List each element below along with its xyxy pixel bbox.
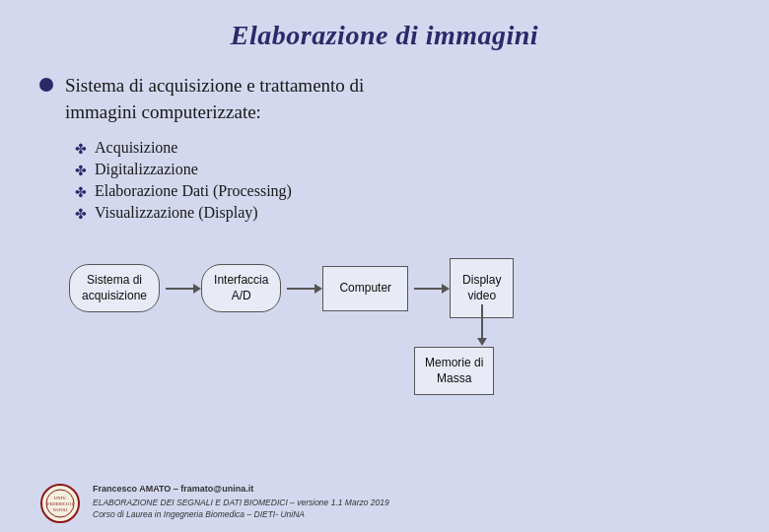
down-line <box>481 304 483 339</box>
footer-author: Francesco AMATO – framato@unina.it <box>93 483 389 497</box>
arrow-2 <box>287 288 316 290</box>
memorie-rect: Memorie diMassa <box>414 347 494 395</box>
bullet-dot <box>39 78 53 92</box>
footer: UNIV. FEDERICO II NAPOLI Francesco AMATO… <box>39 483 730 524</box>
footer-course2: Corso di Laurea in Ingegneria Biomedica … <box>93 508 389 521</box>
list-item: ✤ Visualizzazione (Display) <box>75 204 730 223</box>
arrow-line <box>414 288 444 290</box>
main-bullet: Sistema di acquisizione e trattamento di… <box>39 73 730 125</box>
arrow-line <box>166 288 195 290</box>
diagram-area: Sistema diacquisizione InterfacciaA/D Co… <box>59 238 730 411</box>
svg-text:NAPOLI: NAPOLI <box>53 507 68 512</box>
arrow-3 <box>414 288 444 290</box>
list-item: ✤ Acquisizione <box>75 139 730 158</box>
diagram-row: Sistema diacquisizione InterfacciaA/D Co… <box>69 258 769 318</box>
arrow-line <box>287 288 316 290</box>
sub-bullet-icon: ✤ <box>75 163 87 179</box>
svg-text:FEDERICO II: FEDERICO II <box>47 501 74 506</box>
list-item: ✤ Digitalizzazione <box>75 161 730 179</box>
list-item: ✤ Elaborazione Dati (Processing) <box>75 182 730 201</box>
sub-bullet-icon: ✤ <box>75 206 87 223</box>
down-arrow <box>481 304 483 339</box>
sub-bullet-icon: ✤ <box>75 141 87 158</box>
footer-text: Francesco AMATO – framato@unina.it ELABO… <box>93 483 389 521</box>
interfaccia-box: InterfacciaA/D <box>201 264 281 312</box>
university-logo: UNIV. FEDERICO II NAPOLI <box>39 483 81 524</box>
slide: Elaborazione di immagini Sistema di acqu… <box>0 0 769 532</box>
footer-course1: ELABORAZIONE DEI SEGNALI E DATI BIOMEDIC… <box>93 497 389 509</box>
slide-title: Elaborazione di immagini <box>39 20 730 51</box>
main-text: Sistema di acquisizione e trattamento di… <box>65 73 364 125</box>
sub-bullets-list: ✤ Acquisizione ✤ Digitalizzazione ✤ Elab… <box>75 139 730 223</box>
memorie-box: Memorie diMassa <box>414 347 494 395</box>
sistema-box: Sistema diacquisizione <box>69 264 160 312</box>
computer-box: Computer <box>322 266 408 311</box>
svg-text:UNIV.: UNIV. <box>53 496 66 500</box>
arrow-1 <box>166 288 195 290</box>
sub-bullet-icon: ✤ <box>75 184 87 201</box>
